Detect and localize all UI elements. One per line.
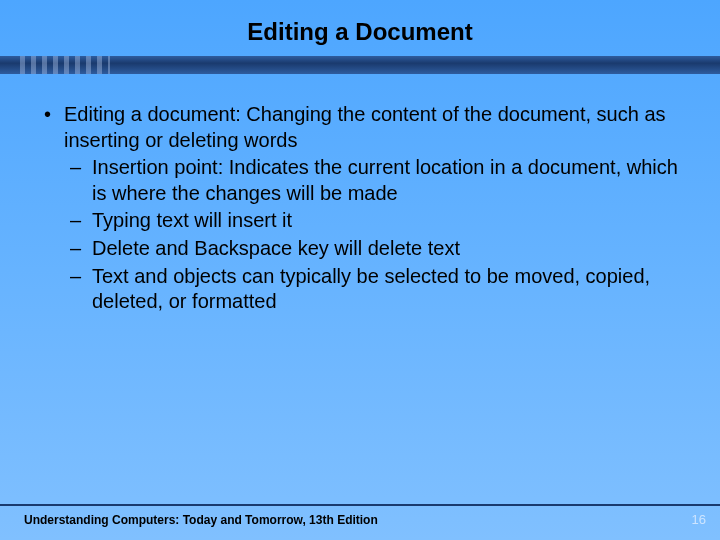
- bullet-list: Editing a document: Changing the content…: [40, 102, 680, 315]
- title-area: Editing a Document: [0, 0, 720, 46]
- sub-bullet-text: Text and objects can typically be select…: [92, 265, 650, 313]
- footer: Understanding Computers: Today and Tomor…: [0, 504, 720, 540]
- bullet-main-text: Editing a document: Changing the content…: [64, 103, 666, 151]
- page-number: 16: [692, 512, 706, 527]
- sub-bullet: Insertion point: Indicates the current l…: [64, 155, 680, 206]
- footer-text: Understanding Computers: Today and Tomor…: [24, 513, 378, 527]
- bullet-main: Editing a document: Changing the content…: [40, 102, 680, 315]
- sub-bullet-list: Insertion point: Indicates the current l…: [64, 155, 680, 315]
- slide: Editing a Document Editing a document: C…: [0, 0, 720, 540]
- slide-title: Editing a Document: [0, 18, 720, 46]
- sub-bullet: Typing text will insert it: [64, 208, 680, 234]
- sub-bullet-text: Insertion point: Indicates the current l…: [92, 156, 678, 204]
- sub-bullet-text: Delete and Backspace key will delete tex…: [92, 237, 460, 259]
- content-area: Editing a document: Changing the content…: [0, 74, 720, 315]
- title-divider: [0, 56, 720, 74]
- sub-bullet: Text and objects can typically be select…: [64, 264, 680, 315]
- sub-bullet-text: Typing text will insert it: [92, 209, 292, 231]
- sub-bullet: Delete and Backspace key will delete tex…: [64, 236, 680, 262]
- footer-row: Understanding Computers: Today and Tomor…: [0, 506, 720, 527]
